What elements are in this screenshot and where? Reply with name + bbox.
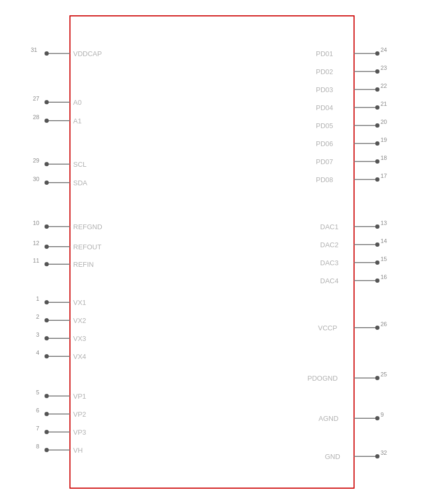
svg-text:6: 6 — [36, 407, 39, 413]
svg-text:PD02: PD02 — [316, 68, 333, 76]
svg-text:PD08: PD08 — [316, 176, 333, 184]
svg-text:5: 5 — [36, 389, 39, 395]
svg-text:DAC4: DAC4 — [320, 277, 339, 285]
svg-text:PD07: PD07 — [316, 158, 333, 166]
svg-text:DAC2: DAC2 — [320, 241, 339, 249]
svg-text:28: 28 — [33, 114, 39, 120]
svg-point-66 — [375, 51, 379, 56]
svg-text:27: 27 — [33, 95, 39, 102]
svg-text:22: 22 — [381, 83, 387, 89]
svg-point-62 — [45, 448, 49, 452]
svg-text:3: 3 — [36, 331, 39, 338]
svg-text:2: 2 — [36, 313, 39, 320]
svg-text:REFOUT: REFOUT — [73, 243, 102, 251]
svg-text:SCL: SCL — [73, 160, 86, 168]
svg-text:PD01: PD01 — [316, 50, 333, 58]
svg-point-98 — [375, 224, 379, 229]
svg-point-110 — [375, 278, 379, 283]
svg-text:14: 14 — [381, 238, 387, 244]
svg-text:29: 29 — [33, 157, 39, 164]
svg-point-46 — [45, 354, 49, 358]
svg-point-10 — [45, 119, 49, 123]
svg-point-74 — [375, 87, 379, 92]
svg-text:16: 16 — [381, 274, 387, 280]
svg-point-26 — [45, 245, 49, 249]
svg-text:PD06: PD06 — [316, 140, 333, 148]
svg-text:A0: A0 — [73, 98, 82, 106]
svg-text:REFGND: REFGND — [73, 223, 102, 231]
svg-text:15: 15 — [381, 256, 387, 262]
svg-text:PD03: PD03 — [316, 86, 333, 94]
svg-point-58 — [45, 430, 49, 434]
svg-point-82 — [375, 123, 379, 128]
svg-text:VX2: VX2 — [73, 317, 86, 325]
svg-point-6 — [45, 100, 49, 104]
svg-text:VH: VH — [73, 446, 83, 454]
svg-point-42 — [45, 336, 49, 340]
svg-point-18 — [45, 181, 49, 185]
svg-text:VX3: VX3 — [73, 335, 86, 343]
svg-text:VDDCAP: VDDCAP — [73, 50, 102, 58]
svg-text:24: 24 — [381, 47, 387, 53]
svg-text:A1: A1 — [73, 117, 82, 125]
svg-text:DAC3: DAC3 — [320, 259, 339, 267]
svg-text:1: 1 — [36, 295, 39, 302]
svg-text:SDA: SDA — [73, 179, 87, 187]
svg-point-54 — [45, 412, 49, 416]
svg-text:VP1: VP1 — [73, 392, 86, 400]
svg-text:20: 20 — [381, 119, 387, 125]
svg-text:25: 25 — [381, 371, 387, 377]
svg-point-50 — [45, 394, 49, 398]
svg-text:4: 4 — [36, 349, 39, 356]
svg-point-126 — [375, 454, 379, 458]
svg-text:VP3: VP3 — [73, 428, 86, 436]
svg-point-2 — [45, 51, 49, 56]
svg-point-122 — [375, 416, 379, 420]
svg-point-70 — [375, 69, 379, 74]
svg-point-86 — [375, 141, 379, 146]
svg-text:26: 26 — [381, 321, 387, 327]
svg-text:18: 18 — [381, 155, 387, 161]
pin-diagram-svg: VDDCAP 31 A0 27 A1 28 SCL 29 SDA 30 REFG… — [0, 0, 424, 504]
svg-text:31: 31 — [31, 47, 37, 53]
svg-text:9: 9 — [381, 411, 384, 418]
svg-text:VP2: VP2 — [73, 410, 86, 418]
svg-point-34 — [45, 300, 49, 304]
svg-point-106 — [375, 260, 379, 265]
svg-point-30 — [45, 262, 49, 266]
svg-point-118 — [375, 376, 379, 380]
svg-rect-0 — [70, 16, 354, 488]
svg-text:12: 12 — [33, 240, 39, 246]
svg-text:11: 11 — [33, 257, 39, 264]
svg-text:13: 13 — [381, 220, 387, 226]
svg-text:19: 19 — [381, 137, 387, 143]
svg-point-38 — [45, 318, 49, 322]
svg-point-94 — [375, 177, 379, 182]
svg-text:VCCP: VCCP — [318, 324, 337, 332]
svg-text:21: 21 — [381, 101, 387, 107]
svg-text:17: 17 — [381, 173, 387, 179]
svg-text:PD04: PD04 — [316, 104, 333, 112]
svg-text:23: 23 — [381, 65, 387, 71]
svg-text:PD05: PD05 — [316, 122, 333, 130]
svg-point-22 — [45, 224, 49, 229]
svg-text:10: 10 — [33, 220, 39, 226]
svg-point-114 — [375, 326, 379, 330]
svg-text:DAC1: DAC1 — [320, 223, 339, 231]
svg-text:GND: GND — [325, 453, 340, 461]
svg-text:PDOGND: PDOGND — [307, 374, 338, 382]
svg-point-102 — [375, 242, 379, 247]
svg-text:8: 8 — [36, 443, 39, 449]
svg-text:32: 32 — [381, 449, 387, 456]
svg-text:VX4: VX4 — [73, 353, 86, 361]
svg-text:REFIN: REFIN — [73, 260, 94, 268]
svg-point-14 — [45, 162, 49, 166]
svg-point-78 — [375, 105, 379, 110]
svg-text:AGND: AGND — [319, 415, 339, 422]
svg-text:30: 30 — [33, 176, 39, 182]
svg-text:7: 7 — [36, 425, 39, 431]
svg-point-90 — [375, 159, 379, 164]
svg-text:VX1: VX1 — [73, 299, 86, 307]
chip-diagram: VDDCAP 31 A0 27 A1 28 SCL 29 SDA 30 REFG… — [0, 0, 424, 504]
